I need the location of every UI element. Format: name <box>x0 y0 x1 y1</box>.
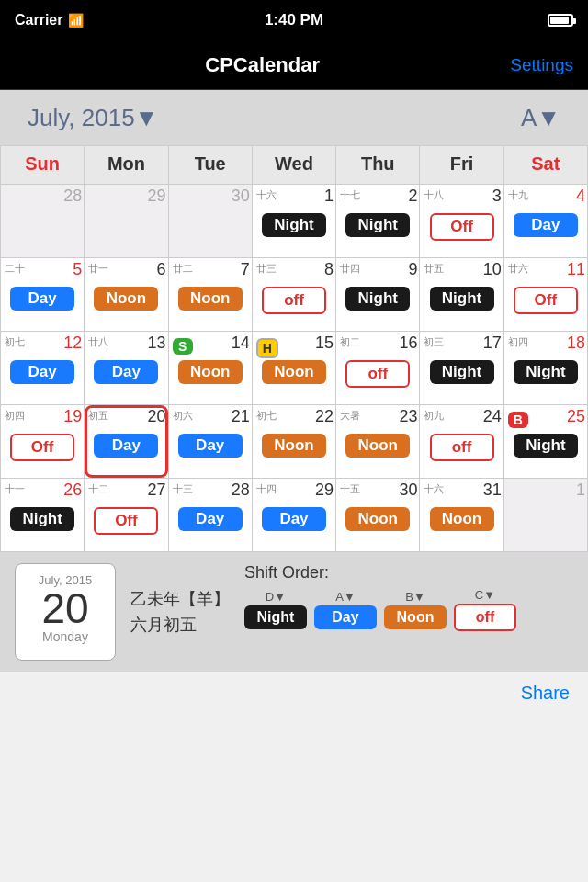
table-row[interactable]: 大暑23Noon <box>336 405 420 479</box>
table-row[interactable]: 十五30Noon <box>336 479 420 552</box>
status-left: Carrier 📶 <box>15 12 84 28</box>
shift-badge: Noon <box>178 360 243 384</box>
day-number: 8 <box>324 260 334 279</box>
lunar-label: 十九 <box>506 187 572 202</box>
table-row[interactable]: 廿三8off <box>252 258 335 332</box>
shift-badge: Day <box>94 434 158 458</box>
table-row[interactable]: 廿八13Day <box>85 332 168 405</box>
today-lunar-info: 乙未年【羊】 六月初五 <box>130 563 230 661</box>
lunar-label: 初二 <box>338 334 395 349</box>
lunar-label: 十五 <box>338 481 395 496</box>
day-number: 22 <box>315 407 334 426</box>
lunar-label <box>86 187 143 188</box>
day-number: 11 <box>567 260 585 279</box>
share-button[interactable]: Share <box>521 683 570 703</box>
table-row[interactable]: 十六1Night <box>252 185 335 258</box>
dow-mon: Mon <box>85 146 168 185</box>
legend-item[interactable]: C▼off <box>454 588 516 631</box>
table-row[interactable]: 十三28Day <box>168 479 252 552</box>
shift-badge: Day <box>10 360 74 384</box>
table-row[interactable]: 十四29Day <box>252 479 335 552</box>
special-badge: H <box>256 338 278 358</box>
table-row[interactable]: 廿一6Noon <box>85 258 168 332</box>
day-number: 5 <box>73 260 82 279</box>
day-number: 18 <box>567 334 585 353</box>
table-row[interactable]: 初六21Day <box>168 405 252 479</box>
shift-order-title: Shift Order: <box>244 563 573 582</box>
lunar-label: 初四 <box>506 334 563 349</box>
table-row[interactable]: 初五20Day <box>85 405 168 479</box>
lunar-label: 廿一 <box>86 260 153 276</box>
legend-item[interactable]: A▼Day <box>314 590 377 629</box>
carrier-label: Carrier <box>15 12 62 28</box>
app-title: CPCalendar <box>205 53 320 77</box>
shift-badge: Off <box>514 287 578 314</box>
table-row[interactable]: 初七22Noon <box>252 405 335 479</box>
legend-item[interactable]: B▼Noon <box>384 590 447 629</box>
shift-badge: Day <box>178 507 243 531</box>
day-number: 2 <box>408 187 417 206</box>
shift-badge: Noon <box>94 287 158 311</box>
dow-header-row: Sun Mon Tue Wed Thu Fri Sat <box>1 146 588 185</box>
day-number: 24 <box>483 407 502 426</box>
dow-sun: Sun <box>1 146 85 185</box>
lunar-year: 乙未年【羊】 <box>130 588 230 610</box>
legend-shift-badge: Noon <box>384 605 447 629</box>
font-toggle-button[interactable]: A▼ <box>521 104 560 132</box>
lunar-label: 十二 <box>86 481 143 496</box>
month-year-selector[interactable]: July, 2015▼ <box>28 104 158 132</box>
day-number: 3 <box>492 187 502 206</box>
lunar-label: 初六 <box>171 407 228 423</box>
special-badge: S <box>173 338 193 355</box>
shift-badge: Night <box>10 507 74 531</box>
shift-badge: Day <box>10 287 74 311</box>
table-row[interactable]: 十六31Noon <box>420 479 503 552</box>
table-row[interactable]: 十二27Off <box>85 479 168 552</box>
day-number: 17 <box>483 334 502 353</box>
table-row[interactable]: 初三17Night <box>420 332 503 405</box>
shift-badge: Noon <box>345 507 410 531</box>
table-row[interactable]: 廿二7Noon <box>168 258 252 332</box>
table-row[interactable]: 廿五10Night <box>420 258 503 332</box>
today-day-number: 20 <box>28 587 102 629</box>
table-row[interactable]: H15Noon <box>252 332 335 405</box>
table-row[interactable]: 廿六11Off <box>503 258 587 332</box>
table-row[interactable]: 29 <box>85 185 168 258</box>
table-row[interactable]: 十七2Night <box>336 185 420 258</box>
table-row[interactable]: 十一26Night <box>1 479 85 552</box>
calendar-container: Sun Mon Tue Wed Thu Fri Sat 282930十六1Nig… <box>0 145 588 552</box>
day-number: 23 <box>399 407 417 426</box>
day-number: 21 <box>232 407 250 426</box>
lunar-label: 大暑 <box>338 407 395 423</box>
table-row[interactable]: 初四18Night <box>503 332 587 405</box>
table-row[interactable]: 初七12Day <box>1 332 85 405</box>
shift-legend-row: D▼NightA▼DayB▼NoonC▼off <box>244 588 573 631</box>
shift-badge: Day <box>262 507 326 531</box>
shift-badge: off <box>430 434 494 461</box>
table-row[interactable]: B25Night <box>503 405 587 479</box>
shift-badge: Noon <box>262 360 326 384</box>
table-row[interactable]: 30 <box>168 185 252 258</box>
legend-item[interactable]: D▼Night <box>244 590 307 629</box>
shift-badge: Night <box>430 287 494 311</box>
table-row[interactable]: 初二16off <box>336 332 420 405</box>
day-number: 30 <box>232 187 250 206</box>
table-row[interactable]: 初九24off <box>420 405 503 479</box>
shift-badge: Day <box>94 360 158 384</box>
table-row[interactable]: 二十5Day <box>1 258 85 332</box>
table-row[interactable]: 1 <box>503 479 587 552</box>
table-row[interactable]: 十九4Day <box>503 185 587 258</box>
shift-badge: Off <box>94 507 158 535</box>
day-number: 1 <box>576 481 585 500</box>
table-row[interactable]: 28 <box>1 185 85 258</box>
table-row[interactable]: 十八3Off <box>420 185 503 258</box>
day-number: 19 <box>63 407 82 426</box>
day-number: 27 <box>148 481 166 500</box>
table-row[interactable]: 初四19Off <box>1 405 85 479</box>
table-row[interactable]: 廿四9Night <box>336 258 420 332</box>
day-number: 30 <box>399 481 417 500</box>
day-number: 26 <box>63 481 82 500</box>
table-row[interactable]: S14Noon <box>168 332 252 405</box>
settings-button[interactable]: Settings <box>510 55 573 75</box>
lunar-label: 初五 <box>86 407 143 423</box>
